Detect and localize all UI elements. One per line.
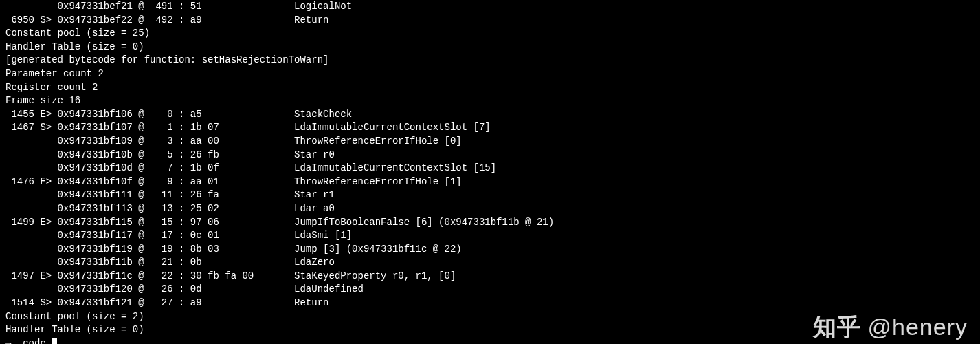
cursor [52, 338, 57, 344]
terminal-output: 0x947331bef21 @ 491 : 51 LogicalNot 6950… [0, 0, 980, 344]
prompt-line[interactable]: → code [5, 338, 52, 344]
